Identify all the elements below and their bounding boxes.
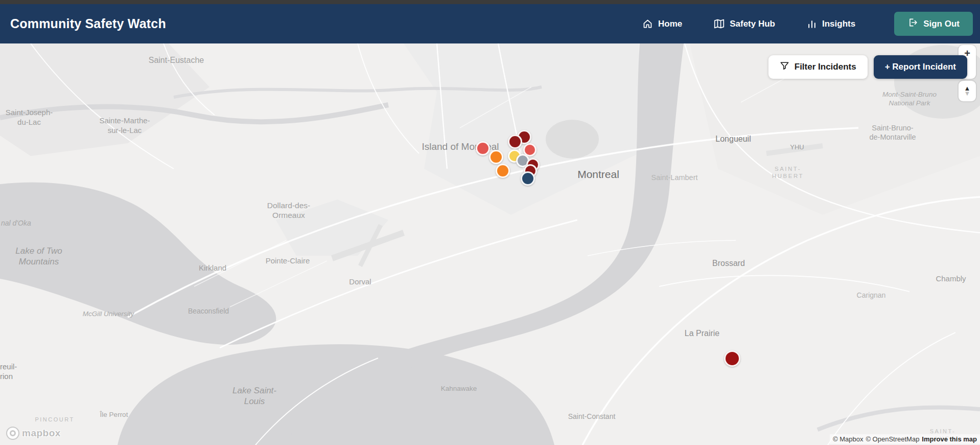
attribution-osm-link[interactable]: © OpenStreetMap (866, 435, 919, 443)
bar-chart-icon (807, 19, 817, 29)
nav-item-label: Safety Hub (730, 19, 775, 29)
app-title: Community Safety Watch (10, 16, 166, 31)
nav-item-insights[interactable]: Insights (807, 19, 855, 29)
nav-item-label: Insights (822, 19, 855, 29)
nav-item-home[interactable]: Home (642, 18, 682, 29)
sign-out-label: Sign Out (923, 19, 960, 29)
incident-marker[interactable] (724, 350, 740, 367)
attribution-mapbox-link[interactable]: © Mapbox (833, 435, 863, 443)
window-top-strip (0, 0, 980, 4)
map-icon (714, 18, 725, 29)
map-toolbar: Filter Incidents + Report Incident (768, 55, 967, 79)
mapbox-wordmark: mapbox (22, 428, 61, 439)
filter-icon (780, 61, 789, 73)
nav-item-safety-hub[interactable]: Safety Hub (714, 18, 775, 29)
filter-incidents-button[interactable]: Filter Incidents (768, 55, 868, 79)
app-header: Community Safety Watch Home Safety Hub I… (0, 4, 980, 43)
compass-down-icon: ▼ (964, 91, 971, 96)
filter-label: Filter Incidents (795, 62, 856, 72)
incident-marker[interactable] (521, 171, 535, 186)
home-icon (642, 18, 653, 29)
app-root: Community Safety Watch Home Safety Hub I… (0, 0, 980, 445)
report-incident-button[interactable]: + Report Incident (874, 55, 967, 79)
incident-marker[interactable] (476, 141, 490, 155)
mapbox-logo-icon (6, 427, 19, 440)
sign-out-icon (907, 17, 918, 30)
map[interactable]: Saint-EustacheSaint-Joseph- du-LacSainte… (0, 43, 980, 445)
mapbox-logo[interactable]: mapbox (6, 427, 61, 440)
incident-marker[interactable] (496, 164, 510, 178)
map-attribution: © Mapbox © OpenStreetMap Improve this ma… (830, 434, 980, 444)
incident-marker[interactable] (489, 150, 503, 164)
improve-map-link[interactable]: Improve this map (922, 435, 977, 443)
compass-control[interactable]: ▲ ▼ (959, 81, 976, 101)
nav-item-label: Home (658, 19, 682, 29)
incident-marker[interactable] (508, 135, 522, 149)
main-nav: Home Safety Hub Insights Sign Out (642, 12, 973, 36)
sign-out-button[interactable]: Sign Out (894, 12, 973, 36)
basemap-art (0, 43, 980, 445)
